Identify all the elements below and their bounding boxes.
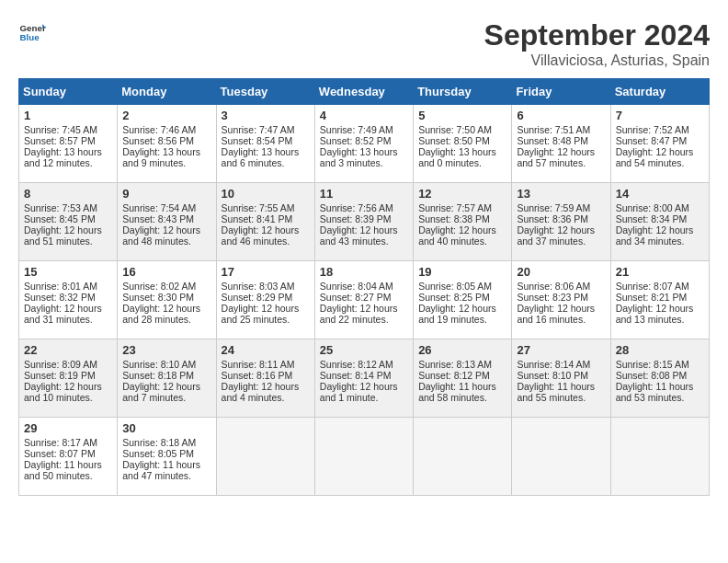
cell-line: Daylight: 13 hours	[122, 146, 210, 157]
svg-text:General: General	[20, 23, 47, 33]
cell-line: Sunrise: 8:05 AM	[418, 281, 506, 292]
cell-line: and 1 minute.	[320, 392, 408, 403]
cell-line: Sunset: 8:21 PM	[616, 292, 704, 303]
location-title: Villaviciosa, Asturias, Spain	[484, 52, 710, 69]
cell-line: Sunset: 8:16 PM	[222, 370, 310, 381]
cell-line: Sunrise: 8:01 AM	[24, 281, 112, 292]
cell-line: Sunset: 8:18 PM	[122, 370, 210, 381]
cell-line: Daylight: 13 hours	[222, 146, 310, 157]
day-number: 29	[24, 421, 112, 435]
cell-line: Daylight: 12 hours	[122, 224, 210, 236]
cell-line: Sunrise: 7:53 AM	[24, 202, 112, 213]
table-row: 4Sunrise: 7:49 AMSunset: 8:52 PMDaylight…	[314, 105, 413, 183]
day-number: 6	[517, 109, 605, 122]
cell-line: Sunset: 8:32 PM	[24, 292, 112, 303]
cell-line: Daylight: 12 hours	[122, 303, 210, 314]
cell-line: Sunrise: 8:06 AM	[517, 281, 605, 292]
table-row: 15Sunrise: 8:01 AMSunset: 8:32 PMDayligh…	[19, 261, 118, 339]
table-row: 18Sunrise: 8:04 AMSunset: 8:27 PMDayligh…	[314, 261, 413, 339]
cell-line: and 55 minutes.	[517, 392, 605, 403]
cell-line: and 47 minutes.	[122, 470, 210, 481]
cell-line: Sunset: 8:29 PM	[222, 292, 310, 303]
cell-line: and 25 minutes.	[222, 314, 310, 325]
cell-line: Daylight: 11 hours	[418, 381, 506, 392]
cell-line: Sunset: 8:23 PM	[517, 292, 605, 303]
table-row: 7Sunrise: 7:52 AMSunset: 8:47 PMDaylight…	[610, 105, 709, 183]
cell-line: Sunrise: 8:00 AM	[616, 202, 704, 213]
table-row	[216, 418, 314, 496]
day-number: 18	[320, 265, 408, 279]
cell-line: and 37 minutes.	[517, 236, 605, 247]
day-number: 8	[24, 187, 112, 201]
col-header-monday: Monday	[118, 79, 216, 105]
cell-line: Daylight: 12 hours	[517, 303, 605, 314]
cell-line: Daylight: 12 hours	[222, 224, 310, 236]
cell-line: Sunset: 8:36 PM	[517, 213, 605, 224]
day-number: 7	[616, 109, 704, 122]
cell-line: Sunset: 8:47 PM	[616, 135, 704, 146]
cell-line: Sunrise: 8:18 AM	[122, 437, 210, 448]
cell-line: Sunrise: 8:14 AM	[517, 359, 605, 370]
cell-line: Sunrise: 7:59 AM	[517, 202, 605, 213]
logo-icon: General Blue	[18, 18, 46, 46]
cell-line: Sunrise: 7:54 AM	[122, 202, 210, 213]
table-row: 29Sunrise: 8:17 AMSunset: 8:07 PMDayligh…	[19, 418, 118, 496]
cell-line: Sunrise: 7:52 AM	[616, 124, 704, 135]
cell-line: Sunrise: 7:55 AM	[222, 202, 310, 213]
day-number: 5	[418, 109, 506, 122]
table-row: 9Sunrise: 7:54 AMSunset: 8:43 PMDaylight…	[118, 183, 216, 261]
col-header-saturday: Saturday	[610, 79, 709, 105]
table-row: 2Sunrise: 7:46 AMSunset: 8:56 PMDaylight…	[118, 105, 216, 183]
day-number: 2	[122, 109, 210, 122]
cell-line: Sunset: 8:57 PM	[24, 135, 112, 146]
cell-line: Daylight: 13 hours	[24, 146, 112, 157]
title-block: September 2024 Villaviciosa, Asturias, S…	[484, 18, 710, 69]
table-row: 11Sunrise: 7:56 AMSunset: 8:39 PMDayligh…	[314, 183, 413, 261]
cell-line: Sunset: 8:38 PM	[418, 213, 506, 224]
cell-line: Daylight: 12 hours	[320, 224, 408, 236]
month-title: September 2024	[484, 18, 710, 52]
table-row: 6Sunrise: 7:51 AMSunset: 8:48 PMDaylight…	[512, 105, 610, 183]
table-row: 21Sunrise: 8:07 AMSunset: 8:21 PMDayligh…	[610, 261, 709, 339]
cell-line: Sunset: 8:08 PM	[616, 370, 704, 381]
table-row: 25Sunrise: 8:12 AMSunset: 8:14 PMDayligh…	[314, 339, 413, 418]
table-row: 27Sunrise: 8:14 AMSunset: 8:10 PMDayligh…	[512, 339, 610, 418]
table-row: 28Sunrise: 8:15 AMSunset: 8:08 PMDayligh…	[610, 339, 709, 418]
cell-line: Daylight: 12 hours	[517, 146, 605, 157]
cell-line: and 51 minutes.	[24, 236, 112, 247]
day-number: 28	[616, 343, 704, 357]
cell-line: and 46 minutes.	[222, 236, 310, 247]
cell-line: Daylight: 13 hours	[418, 146, 506, 157]
day-number: 27	[517, 343, 605, 357]
table-row: 3Sunrise: 7:47 AMSunset: 8:54 PMDaylight…	[216, 105, 314, 183]
day-number: 15	[24, 265, 112, 279]
cell-line: Sunset: 8:43 PM	[122, 213, 210, 224]
cell-line: Daylight: 12 hours	[222, 381, 310, 392]
cell-line: Sunset: 8:14 PM	[320, 370, 408, 381]
cell-line: and 7 minutes.	[122, 392, 210, 403]
day-number: 20	[517, 265, 605, 279]
cell-line: Sunrise: 8:17 AM	[24, 437, 112, 448]
calendar-table: SundayMondayTuesdayWednesdayThursdayFrid…	[18, 78, 710, 496]
table-row: 8Sunrise: 7:53 AMSunset: 8:45 PMDaylight…	[19, 183, 118, 261]
cell-line: Daylight: 12 hours	[24, 224, 112, 236]
day-number: 4	[320, 109, 408, 122]
cell-line: and 54 minutes.	[616, 157, 704, 168]
day-number: 11	[320, 187, 408, 201]
cell-line: Sunset: 8:25 PM	[418, 292, 506, 303]
table-row	[314, 418, 413, 496]
cell-line: and 34 minutes.	[616, 236, 704, 247]
day-number: 25	[320, 343, 408, 357]
cell-line: Daylight: 13 hours	[320, 146, 408, 157]
cell-line: Daylight: 12 hours	[122, 381, 210, 392]
day-number: 9	[122, 187, 210, 201]
cell-line: and 48 minutes.	[122, 236, 210, 247]
day-number: 3	[222, 109, 310, 122]
table-row: 16Sunrise: 8:02 AMSunset: 8:30 PMDayligh…	[118, 261, 216, 339]
col-header-tuesday: Tuesday	[216, 79, 314, 105]
svg-text:Blue: Blue	[20, 32, 40, 42]
table-row	[610, 418, 709, 496]
day-number: 26	[418, 343, 506, 357]
cell-line: Daylight: 12 hours	[616, 303, 704, 314]
cell-line: Sunrise: 7:47 AM	[222, 124, 310, 135]
